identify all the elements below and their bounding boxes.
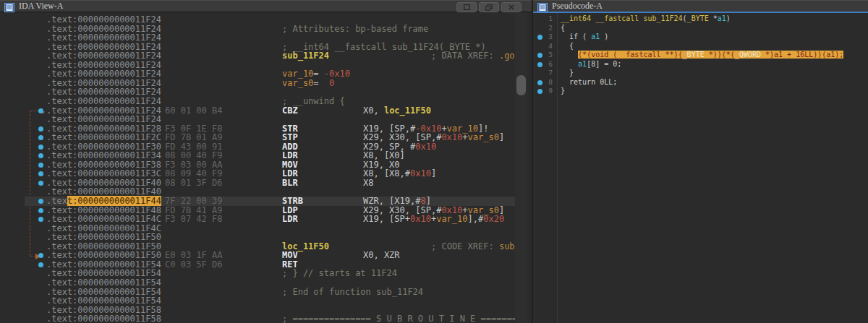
pseudocode-line[interactable]: 9} xyxy=(533,87,868,96)
collapse-chevron-icon[interactable]: ⌄ xyxy=(41,106,45,115)
pseudocode-line[interactable]: 7 } xyxy=(533,69,868,78)
opcode-bytes: FD 7B 01 A9 xyxy=(165,133,222,142)
pseudocode-line[interactable]: 2{ xyxy=(533,24,868,33)
instruction-dot[interactable] xyxy=(38,145,43,150)
selected-statement-highlight: (*(void (__fastcall **)(_BYTE *))(*(_QWO… xyxy=(578,51,843,59)
xref-comment: ; DATA XREF: .got xyxy=(431,51,515,61)
disassembly-pane[interactable]: .text:0000000000011F24.text:000000000001… xyxy=(0,13,532,323)
code-token: X0, XZR xyxy=(363,250,400,260)
instruction-dot[interactable] xyxy=(38,208,43,213)
instruction-dot[interactable] xyxy=(38,217,43,222)
code-token: 0x10 xyxy=(441,132,462,142)
address: .text:0000000000011F4C xyxy=(46,215,161,224)
code-token: *))(*( xyxy=(705,51,735,59)
code-token: (*(void (__fastcall **)( xyxy=(578,51,683,59)
code-token: X8 xyxy=(363,178,373,188)
address: .text:0000000000011F24 xyxy=(46,69,161,79)
code-token: } xyxy=(561,69,574,77)
instruction-dot[interactable] xyxy=(38,135,43,140)
vertical-scrollbar[interactable] xyxy=(515,13,527,323)
mnemonic: LDR xyxy=(282,215,298,224)
mnemonic: MOV xyxy=(282,251,298,260)
pseudocode-pane[interactable]: 1__int64 __fastcall sub_11F24(_BYTE *a1)… xyxy=(533,13,868,323)
code-token: ; CODE XREF: xyxy=(431,241,499,251)
code-token: var_s0 xyxy=(282,78,313,88)
code-token: ; } // starts at 11F24 xyxy=(282,268,397,278)
operands: X8 xyxy=(363,178,373,188)
pseudocode-text: { xyxy=(561,42,574,51)
pseudocode-line[interactable]: 6 a1[8] = 0; xyxy=(533,60,868,69)
pseudocode-line[interactable]: 4 { xyxy=(533,42,868,51)
instruction-dot[interactable] xyxy=(38,253,43,258)
operands: X0, XZR xyxy=(363,251,400,260)
instruction-dot[interactable] xyxy=(38,171,43,176)
line-number: 2 xyxy=(540,24,553,33)
line-number: 1 xyxy=(540,14,553,24)
label: var_s0= 0 xyxy=(282,79,334,88)
close-button[interactable] xyxy=(501,2,522,12)
instruction-dot[interactable] xyxy=(38,199,43,204)
disasm-line[interactable]: .text:0000000000011F54 xyxy=(0,278,515,288)
code-token: ; DATA XREF: xyxy=(431,51,499,61)
address: .text:0000000000011F24 xyxy=(46,115,161,124)
instruction-dot[interactable] xyxy=(38,163,43,168)
opcode-bytes: 08 09 40 F9 xyxy=(165,169,222,178)
comment: ; Attributes: bp-based frame xyxy=(282,25,428,34)
instruction-dot[interactable] xyxy=(38,181,43,186)
code-token: ; End of function sub_11F24 xyxy=(282,287,423,297)
ida-view-titlebar[interactable]: IDA View-A xyxy=(0,0,532,12)
code-token: var_s0 xyxy=(468,132,499,142)
ida-pro-workspace: IDA View-A .text:0000000000011F24.text:0… xyxy=(0,0,868,323)
code-token: X0, xyxy=(363,105,384,116)
pseudocode-text: return 0LL; xyxy=(561,78,617,87)
scrollbar-thumb[interactable] xyxy=(516,75,526,95)
address: .text:0000000000011F44 xyxy=(46,197,161,206)
comment: ; } // starts at 11F24 xyxy=(282,269,397,278)
opcode-bytes: C0 03 5F D6 xyxy=(165,260,222,270)
pseudocode-line[interactable]: 3 if ( a1 ) xyxy=(533,33,868,42)
code-token: X19, [SP+ xyxy=(363,214,410,224)
code-token: a1 xyxy=(718,14,726,22)
pseudocode-line[interactable]: 5 (*(void (__fastcall **)(_BYTE *))(*(_Q… xyxy=(533,51,868,60)
mnemonic: LDR xyxy=(282,151,298,160)
restore-button[interactable] xyxy=(479,2,499,12)
disasm-line[interactable]: .text:0000000000011F24; __unwind { xyxy=(0,97,515,106)
code-token: ] xyxy=(431,168,436,178)
opcode-bytes: F3 07 42 F8 xyxy=(165,215,222,224)
mnemonic: BLR xyxy=(282,178,298,188)
instruction-dot[interactable] xyxy=(38,126,43,132)
xref-comment: ; CODE XREF: sub_ xyxy=(431,242,515,251)
code-token: ) xyxy=(726,14,731,22)
line-number: 7 xyxy=(540,69,553,78)
instruction-dot[interactable] xyxy=(38,153,43,158)
address: .text:0000000000011F3C xyxy=(46,169,161,178)
address: .text:0000000000011F54 xyxy=(46,278,161,288)
pseudocode-line[interactable]: 8 return 0LL; xyxy=(533,78,868,87)
operands: X19, [SP+0x10+var_10],#0x20 xyxy=(363,215,504,224)
code-token: 0x10 xyxy=(415,142,436,152)
instruction-dot[interactable] xyxy=(38,262,43,267)
code-token: 0x10 xyxy=(410,214,431,224)
address: .text:0000000000011F24 xyxy=(46,33,161,43)
code-token: sub_11F24 xyxy=(643,14,682,22)
pseudocode-line[interactable]: 1__int64 __fastcall sub_11F24(_BYTE *a1) xyxy=(533,14,868,24)
disasm-line[interactable]: .text:0000000000011F58; =============== … xyxy=(0,314,515,323)
pseudocode-titlebar[interactable]: Pseudocode-A xyxy=(533,0,868,13)
comment: ; End of function sub_11F24 xyxy=(282,288,423,297)
code-token: * xyxy=(709,14,718,22)
code-token: if ( xyxy=(561,33,591,40)
address: .text:0000000000011F50 xyxy=(46,251,161,260)
line-number: 5 xyxy=(540,51,553,60)
window-title: IDA View-A xyxy=(19,1,63,12)
ida-view-window: IDA View-A .text:0000000000011F24.text:0… xyxy=(0,0,532,323)
address: .text:0000000000011F24 xyxy=(46,15,161,25)
address: .text:0000000000011F24 xyxy=(46,51,161,61)
code-token: loc_11F50 xyxy=(384,105,431,116)
document-icon xyxy=(537,1,548,11)
code-token: ; __unwind { xyxy=(282,96,345,106)
address: .text:0000000000011F2C xyxy=(46,133,161,142)
line-number: 4 xyxy=(540,42,553,51)
code-token: a1 xyxy=(578,60,587,68)
address: .text:0000000000011F24 xyxy=(46,97,161,106)
maximize-button[interactable] xyxy=(456,2,477,12)
